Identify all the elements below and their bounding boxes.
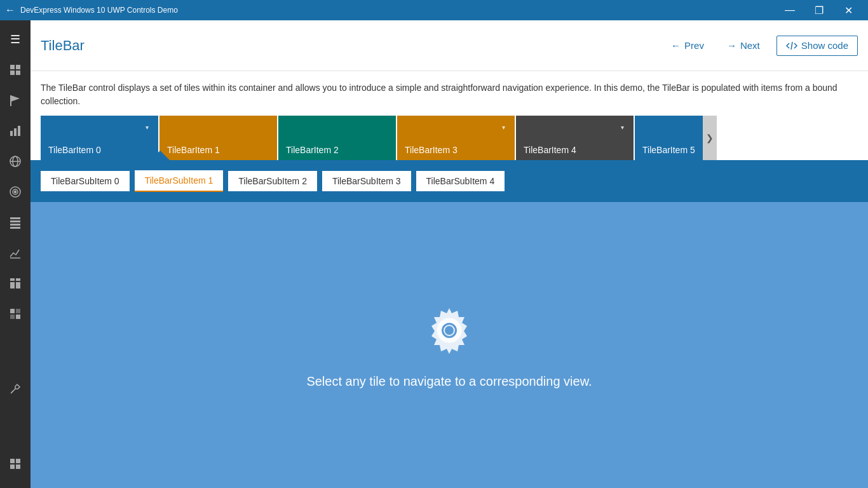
sub-item-0[interactable]: TileBarSubItem 0 [41, 171, 130, 191]
sidebar-icon-chart-line[interactable] [1, 239, 29, 267]
content-panel: Select any tile to navigate to a corresp… [31, 202, 868, 488]
content-panel-message: Select any tile to navigate to a corresp… [306, 374, 592, 389]
svg-rect-7 [14, 128, 17, 136]
sidebar-icon-flag[interactable] [1, 86, 29, 114]
sidebar-icon-grid[interactable] [1, 56, 29, 84]
next-label: Next [740, 40, 760, 51]
svg-rect-30 [10, 464, 15, 469]
sidebar-icon-dashboard[interactable] [1, 269, 29, 297]
top-bar: TileBar ← Prev → Next Show code [31, 20, 868, 71]
svg-rect-17 [10, 224, 20, 226]
app-title: DevExpress Windows 10 UWP Controls Demo [20, 6, 770, 15]
top-bar-actions: ← Prev → Next Show code [665, 36, 858, 56]
svg-rect-8 [18, 126, 20, 136]
main-layout: ☰ [0, 20, 868, 488]
svg-rect-25 [16, 309, 20, 313]
svg-rect-6 [10, 131, 13, 136]
svg-rect-21 [16, 278, 20, 281]
svg-rect-24 [10, 309, 15, 313]
sidebar-icon-globe[interactable] [1, 147, 29, 175]
svg-line-32 [791, 42, 792, 50]
svg-rect-28 [10, 459, 15, 463]
svg-rect-15 [10, 217, 20, 219]
window-controls: — ❐ ✕ [775, 0, 863, 20]
svg-rect-29 [16, 459, 20, 463]
arrow-right-icon: → [727, 40, 736, 51]
gear-icon [421, 302, 478, 359]
svg-rect-27 [16, 315, 20, 319]
minimize-button[interactable]: — [775, 0, 804, 20]
svg-point-14 [15, 191, 17, 193]
tile-label-3: TileBarItem 3 [405, 145, 458, 155]
page-title: TileBar [41, 37, 665, 54]
tile-label-0: TileBarItem 0 [48, 145, 101, 155]
sidebar-icon-dots[interactable] [1, 450, 29, 478]
next-button[interactable]: → Next [721, 36, 766, 55]
sidebar-icon-bar-chart[interactable] [1, 117, 29, 145]
sub-item-4[interactable]: TileBarSubItem 4 [416, 171, 505, 191]
sub-item-1[interactable]: TileBarSubItem 1 [135, 170, 224, 192]
tile-item-0[interactable]: TileBarItem 0 ▾ [41, 116, 158, 160]
svg-rect-16 [10, 220, 20, 222]
tile-label-5: TileBarItem 5 [642, 145, 695, 155]
prev-button[interactable]: ← Prev [665, 36, 710, 55]
content-area: TileBar ← Prev → Next Show code [31, 20, 868, 488]
close-button[interactable]: ✕ [834, 0, 863, 20]
svg-rect-23 [16, 282, 20, 288]
back-button[interactable]: ← [5, 4, 15, 16]
sidebar-icon-hamburger[interactable]: ☰ [1, 25, 29, 53]
svg-marker-4 [11, 95, 20, 102]
svg-rect-3 [16, 71, 20, 75]
tile-item-5[interactable]: TileBarItem 5 [635, 116, 703, 160]
description: The TileBar control displays a set of ti… [31, 71, 868, 116]
svg-rect-1 [16, 65, 20, 69]
svg-point-35 [444, 325, 454, 336]
tile-dropdown-4[interactable]: ▾ [616, 121, 628, 133]
tile-item-2[interactable]: TileBarItem 2 [278, 116, 396, 160]
sidebar: ☰ [0, 20, 31, 488]
description-text: The TileBar control displays a set of ti… [41, 83, 837, 106]
tile-item-3[interactable]: TileBarItem 3 ▾ [397, 116, 515, 160]
svg-rect-22 [10, 282, 15, 288]
sidebar-icon-pivot[interactable] [1, 300, 29, 328]
restore-button[interactable]: ❐ [804, 0, 834, 20]
svg-rect-31 [16, 464, 20, 469]
prev-label: Prev [684, 40, 704, 51]
subtilebar: TileBarSubItem 0 TileBarSubItem 1 TileBa… [31, 160, 868, 202]
tile-dropdown-0[interactable]: ▾ [140, 121, 153, 133]
sidebar-icon-target[interactable] [1, 178, 29, 206]
sub-item-3[interactable]: TileBarSubItem 3 [322, 171, 411, 191]
svg-rect-0 [10, 65, 15, 69]
subtilebar-wrapper: TileBarSubItem 0 TileBarSubItem 1 TileBa… [31, 160, 868, 202]
svg-rect-2 [10, 71, 15, 75]
code-icon [786, 40, 797, 51]
sidebar-icon-table[interactable] [1, 208, 29, 236]
show-code-label: Show code [801, 40, 848, 51]
tile-item-1[interactable]: TileBarItem 1 [159, 116, 277, 160]
tile-dropdown-3[interactable]: ▾ [497, 121, 510, 133]
title-bar: ← DevExpress Windows 10 UWP Controls Dem… [0, 0, 868, 20]
sidebar-icon-tools[interactable] [1, 375, 29, 403]
sub-item-2[interactable]: TileBarSubItem 2 [228, 171, 317, 191]
tile-scroll-right-button[interactable]: ❯ [703, 116, 717, 160]
tile-item-4[interactable]: TileBarItem 4 ▾ [516, 116, 634, 160]
arrow-left-icon: ← [671, 40, 681, 51]
svg-rect-18 [10, 227, 20, 229]
show-code-button[interactable]: Show code [776, 36, 858, 56]
svg-rect-20 [10, 278, 15, 281]
svg-rect-26 [10, 315, 15, 319]
tile-label-2: TileBarItem 2 [286, 145, 339, 155]
tile-label-1: TileBarItem 1 [167, 145, 220, 155]
tile-label-4: TileBarItem 4 [524, 145, 576, 155]
subtilebar-arrow [150, 151, 170, 161]
